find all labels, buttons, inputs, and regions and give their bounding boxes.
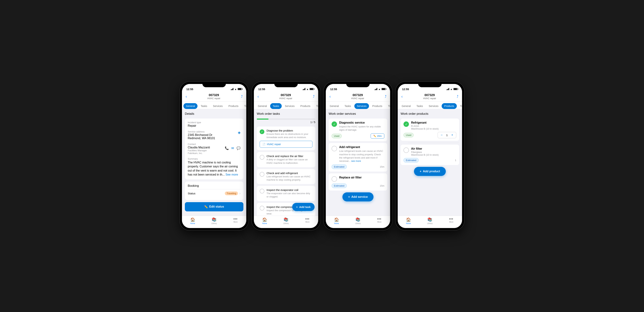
tab-time[interactable]: Ti... [242,103,246,109]
contact-name: Claudia Mazzanti [188,146,210,149]
nav-library[interactable]: 📚 Library [424,217,435,224]
section-title: Work order products [400,112,459,116]
status-icons: ▲ [446,88,458,90]
status-time: 12:55 [330,88,337,91]
status-time: 12:55 [402,88,409,91]
incident-type-value: Repair [188,124,240,127]
notch [274,82,298,87]
tab-general[interactable]: General [399,103,413,109]
nav-more[interactable]: ••• More [230,217,241,224]
product-footer: Estimated 1 [404,158,456,163]
service-address-section: Service address 2345 Birchwood Dr Redmon… [188,130,240,140]
tab-products[interactable]: Products [442,103,456,109]
service-checkbox[interactable] [332,146,337,151]
tab-general[interactable]: General [327,103,341,109]
task-link-button[interactable]: 📄 HVAC repair [260,141,312,148]
service-item-inner: Replace air filter [332,176,384,182]
tab-general[interactable]: General [255,103,270,109]
nav-home[interactable]: 🏠 Home [187,217,198,224]
used-badge: Used [404,133,414,137]
tab-time[interactable]: Ti... [458,103,462,109]
address-row: Service address 2345 Birchwood Dr Redmon… [188,130,240,140]
task-checkbox[interactable] [260,189,264,194]
wifi-icon: ▲ [450,88,452,90]
add-task-button[interactable]: + Add task [292,203,314,211]
bottom-nav: 🏠 Home 📚 Library ••• More [254,216,318,228]
booking-title: Booking [188,184,240,188]
product-checkbox-done[interactable]: ✓ [404,121,409,127]
nav-library[interactable]: 📚 Library [352,217,364,224]
nav-library[interactable]: 📚 Library [209,217,220,224]
tab-tasks[interactable]: Tasks [414,103,426,109]
tab-products[interactable]: Products [226,103,241,109]
time-edit-button[interactable]: ✏️ 20m [370,133,384,139]
status-time: 12:55 [186,88,193,91]
nav-more[interactable]: ••• More [302,217,313,224]
service-text: Replace air filter [339,176,384,180]
header-subtitle: HVAC repair [423,97,436,100]
share-button[interactable]: ⤴ [385,94,386,99]
contact-label: Contact [188,143,240,145]
product-sub2: Warehouse B (10 in stock) [411,153,456,156]
tab-time[interactable]: Ti... [314,103,318,109]
estimated-badge: Estimated [404,158,419,163]
tab-services[interactable]: Services [426,103,441,109]
nav-more[interactable]: ••• More [446,217,457,224]
edit-icon: ✏️ [204,205,208,209]
nav-library[interactable]: 📚 Library [280,217,292,224]
qty-increase-button[interactable]: + [450,133,454,137]
tab-general[interactable]: General [184,103,198,109]
service-checkbox-done[interactable]: ✓ [332,121,337,127]
task-name: Inspect the evaporator coil [266,188,312,192]
home-icon: 🏠 [334,217,339,222]
tab-tasks[interactable]: Tasks [270,103,282,109]
status-badge: Traveling [225,192,238,195]
nav-home[interactable]: 🏠 Home [403,217,414,224]
contact-section: Contact Claudia Mazzanti Facilities Mana… [188,143,240,154]
nav-home[interactable]: 🏠 Home [331,217,342,224]
library-icon: 📚 [356,217,360,222]
tab-services[interactable]: Services [354,103,369,109]
share-button[interactable]: ⤴ [456,94,458,99]
qty-decrease-button[interactable]: − [440,133,444,137]
task-text: Inspect the evaporator coil The evaporat… [266,188,312,198]
used-badge: Used [332,134,342,138]
task-item-inner: Check and add refrigerant Low refrigeran… [260,172,312,182]
chat-icon[interactable]: 💬 [236,146,240,150]
tab-services[interactable]: Services [210,103,225,109]
phone-icon[interactable]: 📞 [225,146,229,150]
edit-status-button[interactable]: ✏️ Edit status [185,202,244,211]
back-button[interactable]: ‹ [186,95,187,99]
service-checkbox[interactable] [332,176,337,182]
share-button[interactable]: ⤴ [313,94,314,99]
tab-products[interactable]: Products [298,103,313,109]
see-more-link[interactable]: see more [351,160,361,162]
document-icon: 📄 [262,143,266,146]
map-pin-icon[interactable]: ◈ [238,130,240,135]
tab-tasks[interactable]: Tasks [342,103,354,109]
add-service-button[interactable]: + Add service [342,192,374,201]
task-checkbox[interactable] [260,172,264,177]
task-name: Check and add refrigerant [266,172,312,175]
tab-products[interactable]: Products [370,103,385,109]
service-text: Add refrigerant Low refrigerant levels c… [339,145,384,163]
task-checkbox[interactable] [260,155,264,160]
tab-time[interactable]: Ti... [386,103,390,109]
email-icon[interactable]: ✉ [231,146,234,150]
back-button[interactable]: ‹ [330,95,331,99]
service-item-inner: Add refrigerant Low refrigerant levels c… [332,145,384,163]
tab-tasks[interactable]: Tasks [198,103,210,109]
add-product-button[interactable]: + Add product [414,167,446,176]
back-button[interactable]: ‹ [401,95,402,99]
product-checkbox[interactable] [404,147,409,153]
status-row[interactable]: Status Traveling › [188,189,240,198]
share-button[interactable]: ⤴ [241,94,243,99]
library-icon: 📚 [427,217,432,222]
task-checkbox-done[interactable]: ✓ [260,129,264,134]
product-sub2: Warehouse B (10 in stock) [411,127,456,130]
tab-services[interactable]: Services [282,103,297,109]
nav-home[interactable]: 🏠 Home [259,217,270,224]
see-more-link[interactable]: See more [226,173,238,176]
back-button[interactable]: ‹ [258,95,259,99]
nav-more[interactable]: ••• More [374,217,385,224]
